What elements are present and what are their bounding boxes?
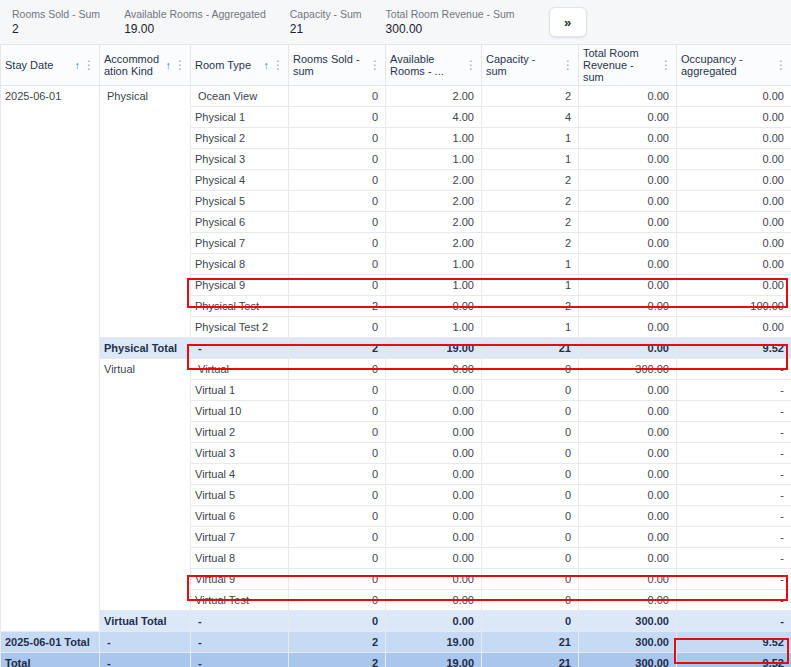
cell-rooms-sold: 0	[289, 506, 386, 527]
table-row[interactable]: 2025-06-01PhysicalOcean View02.0020.000.…	[1, 86, 791, 107]
summary-label: Capacity - Sum	[290, 8, 362, 20]
column-header-capacity[interactable]: Capacity - sum⋮	[482, 45, 579, 86]
cell-occupancy: 0.00	[677, 128, 791, 149]
cell-occupancy: -	[677, 401, 791, 422]
column-menu-icon[interactable]: ⋮	[173, 59, 186, 71]
cell-room-type: Ocean View	[191, 86, 289, 107]
column-header-total-room-revenue[interactable]: Total Room Revenue - sum⋮	[579, 45, 677, 86]
cell-total-room-revenue: 0.00	[579, 464, 677, 485]
cell-total-room-revenue: 300.00	[579, 611, 677, 632]
cell-available-rooms: 2.00	[386, 233, 482, 254]
column-menu-icon[interactable]: ⋮	[271, 59, 284, 71]
cell-capacity: 2	[482, 233, 579, 254]
cell-rooms-sold: 0	[289, 107, 386, 128]
cell-available-rooms: 0.00	[386, 464, 482, 485]
cell-rooms-sold: 0	[289, 359, 386, 380]
cell-room-type: Virtual 4	[191, 464, 289, 485]
cell-room-type: -	[191, 653, 289, 667]
column-menu-icon[interactable]: ⋮	[659, 59, 672, 71]
pivot-table: Stay Date↑⋮Accommodation Kind↑⋮Room Type…	[0, 44, 791, 667]
pivot-table-screen: Rooms Sold - Sum 2 Available Rooms - Agg…	[0, 0, 791, 667]
column-header-stay-date[interactable]: Stay Date↑⋮	[1, 45, 100, 86]
column-header-accommodation-kind[interactable]: Accommodation Kind↑⋮	[100, 45, 191, 86]
cell-capacity: 0	[482, 359, 579, 380]
cell-total-room-revenue: 0.00	[579, 191, 677, 212]
column-header-room-type[interactable]: Room Type↑⋮	[191, 45, 289, 86]
cell-available-rooms: 1.00	[386, 317, 482, 338]
cell-occupancy: 0.00	[677, 107, 791, 128]
cell-total-room-revenue: 0.00	[579, 275, 677, 296]
column-header-occupancy[interactable]: Occupancy - aggregated⋮	[677, 45, 791, 86]
sort-ascending-icon[interactable]: ↑	[75, 60, 81, 71]
cell-rooms-sold: 2	[289, 653, 386, 667]
cell-available-rooms: 1.00	[386, 254, 482, 275]
cell-capacity: 0	[482, 548, 579, 569]
cell-total-room-revenue: 0.00	[579, 422, 677, 443]
cell-rooms-sold: 0	[289, 611, 386, 632]
column-label: Rooms Sold - sum	[293, 53, 366, 77]
cell-available-rooms: 0.00	[386, 380, 482, 401]
total-row-subtotal[interactable]: Physical Total-219.00210.009.52	[1, 338, 791, 359]
cell-room-type: Physical Test 2	[191, 317, 289, 338]
cell-room-type: -	[191, 632, 289, 653]
column-menu-icon[interactable]: ⋮	[774, 59, 787, 71]
cell-room-type: Virtual 7	[191, 527, 289, 548]
total-row-datetotal[interactable]: 2025-06-01 Total--219.0021300.009.52	[1, 632, 791, 653]
cell-available-rooms: 19.00	[386, 653, 482, 667]
total-row-grandtotal[interactable]: Total--219.0021300.009.52	[1, 653, 791, 667]
column-label: Available Rooms - ...	[390, 53, 462, 77]
cell-available-rooms: 0.00	[386, 548, 482, 569]
column-menu-icon[interactable]: ⋮	[82, 59, 95, 71]
cell-stay-date: Total	[1, 653, 100, 667]
cell-capacity: 1	[482, 128, 579, 149]
column-header-rooms-sold[interactable]: Rooms Sold - sum⋮	[289, 45, 386, 86]
cell-rooms-sold: 0	[289, 254, 386, 275]
summary-value: 19.00	[124, 22, 266, 36]
cell-accommodation-kind: -	[100, 632, 191, 653]
table-row[interactable]: VirtualVirtual00.000300.00-	[1, 359, 791, 380]
total-row-subtotal[interactable]: Virtual Total-00.000300.00-	[1, 611, 791, 632]
column-label: Room Type	[195, 59, 262, 71]
column-menu-icon[interactable]: ⋮	[561, 59, 574, 71]
summary-card-available-rooms: Available Rooms - Aggregated 19.00	[124, 8, 266, 36]
cell-total-room-revenue: 0.00	[579, 212, 677, 233]
cell-capacity: 1	[482, 275, 579, 296]
cell-occupancy: 0.00	[677, 233, 791, 254]
cell-occupancy: 9.52	[677, 653, 791, 667]
cell-total-room-revenue: 300.00	[579, 632, 677, 653]
column-menu-icon[interactable]: ⋮	[464, 59, 477, 71]
cell-capacity: 1	[482, 149, 579, 170]
cell-available-rooms: 0.00	[386, 443, 482, 464]
expand-button[interactable]: »	[549, 7, 587, 37]
cell-occupancy: 0.00	[677, 317, 791, 338]
cell-occupancy: 0.00	[677, 170, 791, 191]
cell-occupancy: 0.00	[677, 275, 791, 296]
table-body: 2025-06-01PhysicalOcean View02.0020.000.…	[1, 86, 791, 667]
sort-ascending-icon[interactable]: ↑	[166, 60, 172, 71]
cell-available-rooms: 19.00	[386, 338, 482, 359]
cell-room-type: Virtual 8	[191, 548, 289, 569]
cell-occupancy: -	[677, 569, 791, 590]
cell-accommodation-kind: Virtual Total	[100, 611, 191, 632]
cell-rooms-sold: 0	[289, 401, 386, 422]
cell-room-type: Physical 8	[191, 254, 289, 275]
cell-capacity: 4	[482, 107, 579, 128]
cell-total-room-revenue: 0.00	[579, 86, 677, 107]
cell-total-room-revenue: 0.00	[579, 401, 677, 422]
cell-total-room-revenue: 0.00	[579, 317, 677, 338]
cell-room-type: Virtual 3	[191, 443, 289, 464]
cell-available-rooms: 0.00	[386, 611, 482, 632]
cell-rooms-sold: 0	[289, 590, 386, 611]
sort-ascending-icon[interactable]: ↑	[264, 60, 270, 71]
cell-available-rooms: 0.00	[386, 506, 482, 527]
column-header-available-rooms[interactable]: Available Rooms - ...⋮	[386, 45, 482, 86]
cell-accommodation-kind: Physical	[100, 86, 191, 338]
cell-capacity: 2	[482, 86, 579, 107]
cell-rooms-sold: 2	[289, 632, 386, 653]
column-menu-icon[interactable]: ⋮	[368, 59, 381, 71]
cell-capacity: 0	[482, 527, 579, 548]
cell-accommodation-kind: Physical Total	[100, 338, 191, 359]
cell-total-room-revenue: 0.00	[579, 443, 677, 464]
cell-occupancy: 0.00	[677, 86, 791, 107]
cell-rooms-sold: 0	[289, 191, 386, 212]
